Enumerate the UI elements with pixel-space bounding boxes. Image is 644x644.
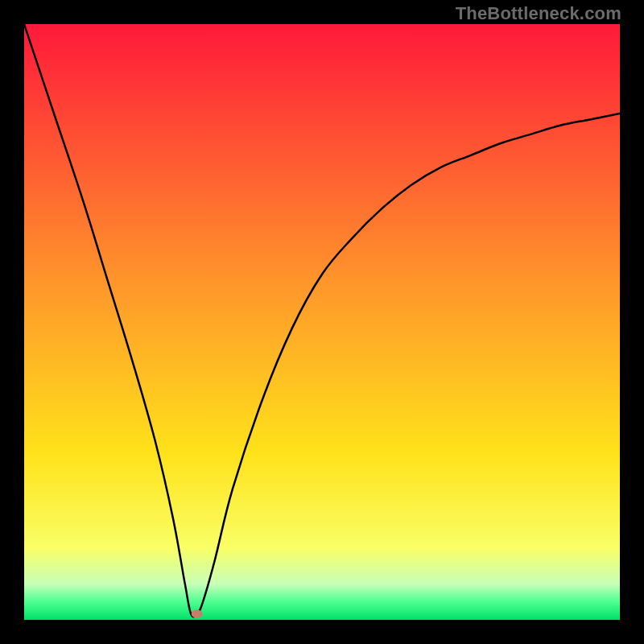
bottleneck-curve (24, 24, 620, 620)
chart-frame: TheBottleneck.com (0, 0, 644, 644)
optimum-marker-icon (192, 610, 203, 618)
plot-area (24, 24, 620, 620)
watermark-text: TheBottleneck.com (456, 3, 621, 24)
